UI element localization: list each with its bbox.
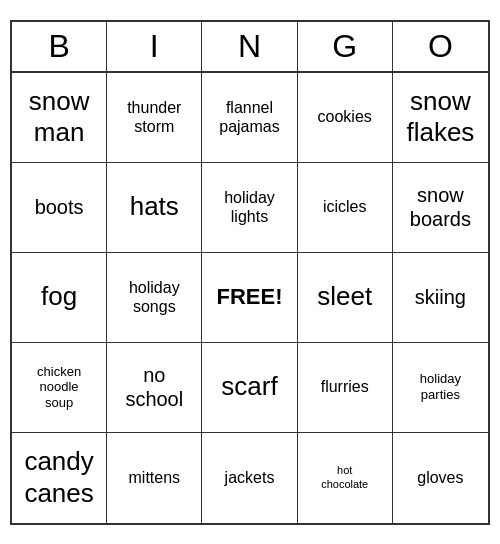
bingo-cell: icicles [298,163,393,253]
header-letter: N [202,22,297,71]
bingo-cell: noschool [107,343,202,433]
bingo-cell: cookies [298,73,393,163]
bingo-cell: snowflakes [393,73,488,163]
bingo-grid: snowmanthunderstormflannelpajamascookies… [12,73,488,523]
bingo-cell: holidayparties [393,343,488,433]
bingo-cell: hats [107,163,202,253]
bingo-card: BINGO snowmanthunderstormflannelpajamasc… [10,20,490,525]
bingo-cell: holidaysongs [107,253,202,343]
bingo-cell: hotchocolate [298,433,393,523]
header-letter: I [107,22,202,71]
bingo-cell: holidaylights [202,163,297,253]
bingo-cell: thunderstorm [107,73,202,163]
bingo-cell: chickennoodlesoup [12,343,107,433]
header-letter: B [12,22,107,71]
bingo-cell: mittens [107,433,202,523]
bingo-header: BINGO [12,22,488,73]
bingo-cell: jackets [202,433,297,523]
bingo-cell: boots [12,163,107,253]
bingo-cell: FREE! [202,253,297,343]
bingo-cell: snowboards [393,163,488,253]
bingo-cell: candycanes [12,433,107,523]
header-letter: G [298,22,393,71]
header-letter: O [393,22,488,71]
bingo-cell: flannelpajamas [202,73,297,163]
bingo-cell: flurries [298,343,393,433]
bingo-cell: skiing [393,253,488,343]
bingo-cell: gloves [393,433,488,523]
bingo-cell: scarf [202,343,297,433]
bingo-cell: fog [12,253,107,343]
bingo-cell: snowman [12,73,107,163]
bingo-cell: sleet [298,253,393,343]
